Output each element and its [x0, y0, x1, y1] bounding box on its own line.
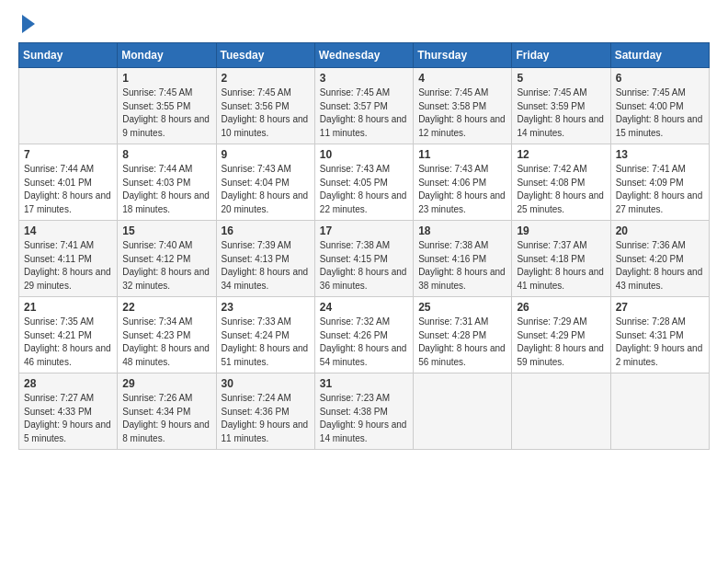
header-row	[18, 17, 710, 33]
day-number: 6	[616, 72, 704, 85]
day-number: 11	[418, 148, 506, 161]
calendar-cell-w4d1: 22Sunrise: 7:34 AM Sunset: 4:23 PM Dayli…	[118, 297, 216, 373]
calendar-cell-w1d0	[19, 68, 118, 144]
calendar-cell-w2d5: 12Sunrise: 7:42 AM Sunset: 4:08 PM Dayli…	[512, 144, 610, 221]
calendar-week-3: 14Sunrise: 7:41 AM Sunset: 4:11 PM Dayli…	[19, 221, 710, 297]
calendar-week-5: 28Sunrise: 7:27 AM Sunset: 4:33 PM Dayli…	[19, 373, 710, 450]
day-number: 1	[122, 72, 210, 85]
day-number: 29	[122, 377, 210, 390]
calendar-cell-w5d1: 29Sunrise: 7:26 AM Sunset: 4:34 PM Dayli…	[118, 373, 216, 450]
calendar-cell-w5d4	[414, 373, 512, 450]
calendar-cell-w1d1: 1Sunrise: 7:45 AM Sunset: 3:55 PM Daylig…	[118, 68, 216, 144]
calendar-container: SundayMondayTuesdayWednesdayThursdayFrid…	[0, 0, 728, 563]
calendar-cell-w3d0: 14Sunrise: 7:41 AM Sunset: 4:11 PM Dayli…	[19, 221, 118, 297]
day-info: Sunrise: 7:38 AM Sunset: 4:16 PM Dayligh…	[418, 239, 506, 293]
calendar-cell-w1d6: 6Sunrise: 7:45 AM Sunset: 4:00 PM Daylig…	[610, 68, 709, 144]
day-number: 3	[320, 72, 408, 85]
day-info: Sunrise: 7:41 AM Sunset: 4:09 PM Dayligh…	[616, 163, 704, 216]
calendar-cell-w4d0: 21Sunrise: 7:35 AM Sunset: 4:21 PM Dayli…	[19, 297, 118, 373]
day-info: Sunrise: 7:44 AM Sunset: 4:01 PM Dayligh…	[24, 163, 112, 216]
day-info: Sunrise: 7:27 AM Sunset: 4:33 PM Dayligh…	[24, 392, 112, 445]
calendar-cell-w1d4: 4Sunrise: 7:45 AM Sunset: 3:58 PM Daylig…	[414, 68, 512, 144]
calendar-cell-w3d6: 20Sunrise: 7:36 AM Sunset: 4:20 PM Dayli…	[610, 221, 709, 297]
day-info: Sunrise: 7:38 AM Sunset: 4:15 PM Dayligh…	[320, 239, 408, 293]
day-header-saturday: Saturday	[610, 43, 709, 68]
calendar-cell-w5d0: 28Sunrise: 7:27 AM Sunset: 4:33 PM Dayli…	[19, 373, 118, 450]
day-number: 18	[418, 224, 506, 237]
logo-arrow-icon	[22, 15, 35, 33]
calendar-cell-w3d3: 17Sunrise: 7:38 AM Sunset: 4:15 PM Dayli…	[314, 221, 413, 297]
calendar-cell-w3d1: 15Sunrise: 7:40 AM Sunset: 4:12 PM Dayli…	[118, 221, 216, 297]
logo	[18, 17, 35, 33]
calendar-cell-w3d5: 19Sunrise: 7:37 AM Sunset: 4:18 PM Dayli…	[512, 221, 610, 297]
calendar-cell-w1d3: 3Sunrise: 7:45 AM Sunset: 3:57 PM Daylig…	[314, 68, 413, 144]
calendar-cell-w4d4: 25Sunrise: 7:31 AM Sunset: 4:28 PM Dayli…	[414, 297, 512, 373]
day-info: Sunrise: 7:40 AM Sunset: 4:12 PM Dayligh…	[122, 239, 210, 293]
day-info: Sunrise: 7:37 AM Sunset: 4:18 PM Dayligh…	[517, 239, 605, 293]
day-number: 10	[320, 148, 408, 161]
day-info: Sunrise: 7:45 AM Sunset: 4:00 PM Dayligh…	[616, 86, 704, 140]
day-info: Sunrise: 7:43 AM Sunset: 4:05 PM Dayligh…	[320, 163, 408, 216]
day-number: 8	[122, 148, 210, 161]
day-number: 23	[222, 301, 310, 314]
day-number: 30	[222, 377, 310, 390]
day-number: 20	[616, 224, 704, 237]
day-info: Sunrise: 7:45 AM Sunset: 3:55 PM Dayligh…	[122, 86, 210, 140]
day-number: 16	[222, 224, 310, 237]
day-info: Sunrise: 7:32 AM Sunset: 4:26 PM Dayligh…	[320, 316, 408, 369]
calendar-cell-w2d4: 11Sunrise: 7:43 AM Sunset: 4:06 PM Dayli…	[414, 144, 512, 221]
calendar-cell-w5d3: 31Sunrise: 7:23 AM Sunset: 4:38 PM Dayli…	[314, 373, 413, 450]
day-info: Sunrise: 7:36 AM Sunset: 4:20 PM Dayligh…	[616, 239, 704, 293]
day-header-tuesday: Tuesday	[216, 43, 314, 68]
day-number: 31	[320, 377, 408, 390]
day-number: 25	[418, 301, 506, 314]
calendar-cell-w5d6	[610, 373, 709, 450]
day-number: 26	[517, 301, 605, 314]
day-number: 24	[320, 301, 408, 314]
day-info: Sunrise: 7:45 AM Sunset: 3:58 PM Dayligh…	[418, 86, 506, 140]
day-info: Sunrise: 7:42 AM Sunset: 4:08 PM Dayligh…	[517, 163, 605, 216]
day-number: 17	[320, 224, 408, 237]
day-info: Sunrise: 7:39 AM Sunset: 4:13 PM Dayligh…	[222, 239, 310, 293]
calendar-cell-w4d2: 23Sunrise: 7:33 AM Sunset: 4:24 PM Dayli…	[216, 297, 314, 373]
day-number: 21	[24, 301, 112, 314]
day-number: 7	[24, 148, 112, 161]
calendar-cell-w5d2: 30Sunrise: 7:24 AM Sunset: 4:36 PM Dayli…	[216, 373, 314, 450]
calendar-cell-w3d2: 16Sunrise: 7:39 AM Sunset: 4:13 PM Dayli…	[216, 221, 314, 297]
day-info: Sunrise: 7:28 AM Sunset: 4:31 PM Dayligh…	[616, 316, 704, 369]
day-info: Sunrise: 7:23 AM Sunset: 4:38 PM Dayligh…	[320, 392, 408, 445]
day-number: 22	[122, 301, 210, 314]
day-info: Sunrise: 7:45 AM Sunset: 3:57 PM Dayligh…	[320, 86, 408, 140]
day-number: 12	[517, 148, 605, 161]
calendar-cell-w4d5: 26Sunrise: 7:29 AM Sunset: 4:29 PM Dayli…	[512, 297, 610, 373]
calendar-header-row: SundayMondayTuesdayWednesdayThursdayFrid…	[19, 43, 710, 68]
day-info: Sunrise: 7:45 AM Sunset: 3:56 PM Dayligh…	[222, 86, 310, 140]
day-info: Sunrise: 7:44 AM Sunset: 4:03 PM Dayligh…	[122, 163, 210, 216]
day-number: 15	[122, 224, 210, 237]
calendar-week-2: 7Sunrise: 7:44 AM Sunset: 4:01 PM Daylig…	[19, 144, 710, 221]
day-number: 28	[24, 377, 112, 390]
calendar-cell-w2d2: 9Sunrise: 7:43 AM Sunset: 4:04 PM Daylig…	[216, 144, 314, 221]
calendar-cell-w2d0: 7Sunrise: 7:44 AM Sunset: 4:01 PM Daylig…	[19, 144, 118, 221]
calendar-cell-w3d4: 18Sunrise: 7:38 AM Sunset: 4:16 PM Dayli…	[414, 221, 512, 297]
calendar-cell-w2d3: 10Sunrise: 7:43 AM Sunset: 4:05 PM Dayli…	[314, 144, 413, 221]
day-number: 19	[517, 224, 605, 237]
calendar-week-4: 21Sunrise: 7:35 AM Sunset: 4:21 PM Dayli…	[19, 297, 710, 373]
day-number: 13	[616, 148, 704, 161]
day-header-thursday: Thursday	[414, 43, 512, 68]
calendar-week-1: 1Sunrise: 7:45 AM Sunset: 3:55 PM Daylig…	[19, 68, 710, 144]
day-info: Sunrise: 7:33 AM Sunset: 4:24 PM Dayligh…	[222, 316, 310, 369]
day-info: Sunrise: 7:43 AM Sunset: 4:06 PM Dayligh…	[418, 163, 506, 216]
day-number: 27	[616, 301, 704, 314]
calendar-body: 1Sunrise: 7:45 AM Sunset: 3:55 PM Daylig…	[19, 68, 710, 450]
day-header-monday: Monday	[118, 43, 216, 68]
day-info: Sunrise: 7:26 AM Sunset: 4:34 PM Dayligh…	[122, 392, 210, 445]
day-number: 4	[418, 72, 506, 85]
day-header-wednesday: Wednesday	[314, 43, 413, 68]
day-number: 2	[222, 72, 310, 85]
calendar-cell-w1d5: 5Sunrise: 7:45 AM Sunset: 3:59 PM Daylig…	[512, 68, 610, 144]
day-info: Sunrise: 7:31 AM Sunset: 4:28 PM Dayligh…	[418, 316, 506, 369]
day-info: Sunrise: 7:45 AM Sunset: 3:59 PM Dayligh…	[517, 86, 605, 140]
day-info: Sunrise: 7:43 AM Sunset: 4:04 PM Dayligh…	[222, 163, 310, 216]
day-number: 9	[222, 148, 310, 161]
